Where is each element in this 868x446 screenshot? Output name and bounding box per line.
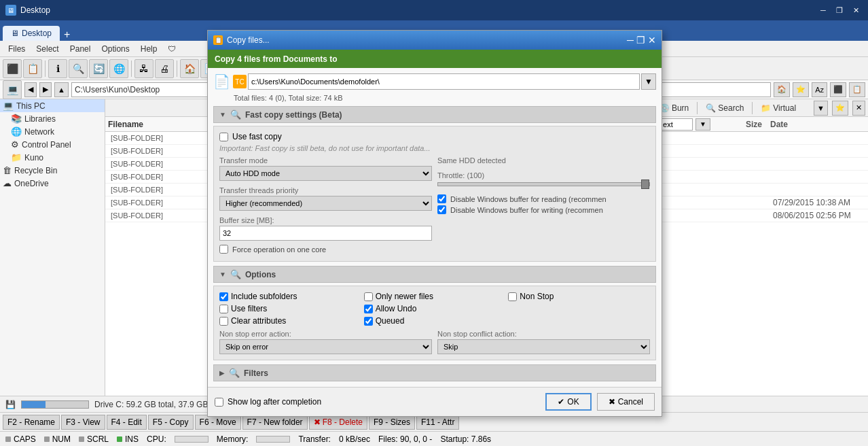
num-label: NUM: [52, 434, 71, 444]
queued-checkbox[interactable]: [364, 317, 373, 326]
use-filters-label: Use filters: [231, 304, 267, 313]
addr-home[interactable]: 🏠: [774, 82, 790, 97]
disable-windows-write-checkbox[interactable]: [437, 205, 446, 214]
tree-item-network[interactable]: 🌐 Network: [8, 125, 105, 138]
dialog-close-btn[interactable]: ✕: [648, 35, 656, 46]
tree-icon-this-pc: 💻: [3, 101, 14, 111]
include-subfolders-checkbox[interactable]: [219, 292, 228, 301]
clear-attributes-checkbox[interactable]: [219, 317, 228, 326]
tree-item-onedrive[interactable]: ☁ OneDrive: [0, 177, 105, 190]
addr-bookmark[interactable]: ⭐: [793, 82, 809, 97]
tab-desktop[interactable]: 🖥 Desktop: [3, 26, 60, 41]
addr-back[interactable]: ◀: [24, 82, 37, 97]
disable-read-label: Disable Windows buffer for reading (reco…: [450, 195, 607, 203]
transfer-label: Transfer:: [298, 434, 331, 444]
col-size[interactable]: Size: [713, 120, 767, 129]
use-filters-checkbox[interactable]: [219, 305, 228, 313]
tb-sync[interactable]: 🔄: [89, 59, 108, 78]
force-one-core-checkbox[interactable]: [219, 245, 228, 254]
menu-select[interactable]: Select: [31, 43, 64, 55]
tb-print[interactable]: 🖨: [155, 59, 174, 78]
buffer-size-input[interactable]: [219, 226, 432, 241]
tab-add-button[interactable]: +: [60, 29, 74, 41]
addr-up[interactable]: ▲: [54, 82, 69, 97]
minimize-button[interactable]: ─: [816, 4, 830, 16]
destination-input[interactable]: [248, 73, 640, 90]
fast-copy-note: Important: Fast copy is still beta, do n…: [219, 144, 650, 152]
tb-browse[interactable]: 🌐: [109, 59, 128, 78]
tree-label-libraries: Libraries: [24, 114, 56, 124]
ok-button[interactable]: ✔ OK: [545, 393, 591, 411]
f4-edit[interactable]: F4 - Edit: [107, 415, 147, 430]
file-info: Total files: 4 (0), Total size: 74 kB: [213, 92, 656, 106]
transfer-mode-select[interactable]: Auto HDD mode: [219, 166, 432, 181]
destination-dropdown[interactable]: ▼: [641, 73, 656, 90]
file-date-6: 08/06/2015 02:56 PM: [773, 211, 868, 220]
copy-dialog: 📋 Copy files... ─ ❐ ✕ Copy 4 files from …: [207, 30, 662, 417]
fast-copy-header[interactable]: ▼ 🔍 Fast copy settings (Beta): [213, 106, 656, 123]
menu-files[interactable]: Files: [3, 43, 31, 55]
addr-copy2[interactable]: 📋: [849, 82, 865, 97]
drive-label: Drive C: 59.2 GB total, 37.9 GB free: [94, 400, 224, 409]
right-close[interactable]: ✕: [852, 101, 865, 116]
menu-help[interactable]: Help: [135, 43, 163, 55]
tb-info[interactable]: ℹ: [48, 59, 67, 78]
f5-copy[interactable]: F5 - Copy: [148, 415, 194, 430]
tb-net[interactable]: 🖧: [134, 59, 153, 78]
non-stop-checkbox[interactable]: [508, 292, 517, 301]
non-stop-conflict-select[interactable]: Skip: [437, 339, 650, 354]
virtual-button[interactable]: 📁 Virtual: [757, 102, 800, 114]
addr-cmd[interactable]: ⬛: [830, 82, 846, 97]
tree-item-libraries[interactable]: 📚 Libraries: [8, 112, 105, 125]
tree-label-network: Network: [24, 127, 54, 137]
f3-view[interactable]: F3 - View: [61, 415, 105, 430]
tree-item-control-panel[interactable]: ⚙ Control Panel: [8, 138, 105, 151]
show-log-row: Show log after completion: [215, 397, 321, 407]
virtual-label: Virtual: [773, 103, 796, 113]
tb-search[interactable]: 🔍: [69, 59, 88, 78]
transfer-priority-select[interactable]: Higher (recommended): [219, 196, 432, 211]
drive-fill: [22, 401, 46, 408]
tb-back[interactable]: ⬛: [3, 59, 22, 78]
dialog-titlebar: 📋 Copy files... ─ ❐ ✕: [208, 31, 662, 50]
use-fast-copy-checkbox[interactable]: [219, 133, 228, 141]
menu-options[interactable]: Options: [96, 43, 134, 55]
col-date[interactable]: Date: [770, 120, 865, 129]
status-bar: CAPS NUM SCRL INS CPU: Memory: Transfer:…: [0, 431, 868, 446]
close-button[interactable]: ✕: [849, 4, 863, 16]
tb-copy-cmd[interactable]: 📋: [23, 59, 42, 78]
menu-shield[interactable]: 🛡: [162, 43, 181, 55]
search-button[interactable]: 🔍 Search: [702, 102, 748, 114]
tree-item-recycle-bin[interactable]: 🗑 Recycle Bin: [0, 164, 105, 177]
tree-item-this-pc[interactable]: 💻 This PC: [0, 99, 105, 112]
filters-header[interactable]: ▶ 🔍 Filters: [213, 364, 656, 381]
sort-button[interactable]: ▼: [695, 118, 710, 131]
tree-item-kuno[interactable]: 📁 Kuno: [8, 151, 105, 164]
addr-az[interactable]: Az: [812, 82, 827, 97]
menu-panel[interactable]: Panel: [65, 43, 96, 55]
allow-undo-checkbox[interactable]: [364, 305, 373, 313]
dialog-header: Copy 4 files from Documents to: [208, 50, 662, 68]
cpu-bar: [175, 436, 209, 443]
only-newer-checkbox[interactable]: [364, 292, 373, 301]
show-log-checkbox[interactable]: [215, 398, 223, 407]
tree-icon-recycle: 🗑: [3, 165, 12, 175]
right-star[interactable]: ⭐: [832, 101, 848, 116]
ok-label: OK: [567, 397, 579, 407]
dialog-minimize[interactable]: ─: [627, 35, 634, 46]
f2-rename[interactable]: F2 - Rename: [3, 415, 60, 430]
disable-windows-read-checkbox[interactable]: [437, 194, 446, 203]
dialog-restore[interactable]: ❐: [636, 35, 645, 46]
throttle-slider-thumb[interactable]: [641, 179, 649, 189]
addr-forward[interactable]: ▶: [39, 82, 52, 97]
right-dropdown[interactable]: ▼: [814, 101, 828, 116]
restore-button[interactable]: ❐: [833, 4, 846, 16]
cancel-button[interactable]: ✖ Cancel: [597, 393, 655, 411]
ext-filter-input[interactable]: [659, 118, 693, 131]
tb-home[interactable]: 🏠: [180, 59, 199, 78]
allow-undo-label: Allow Undo: [376, 304, 417, 313]
scrl-led: [79, 436, 84, 442]
options-header[interactable]: ▼ 🔍 Options: [213, 266, 656, 283]
drive-progress: [21, 400, 89, 409]
non-stop-error-select[interactable]: Skip on error: [219, 339, 432, 354]
